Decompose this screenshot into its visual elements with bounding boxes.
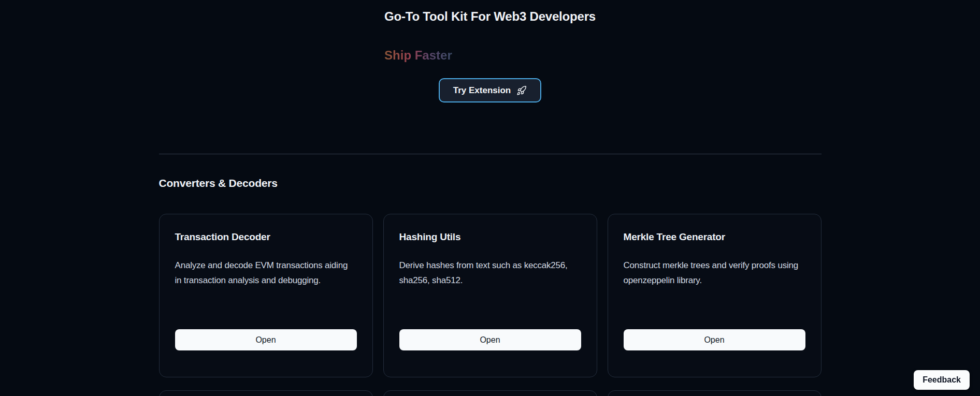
open-button-hashing-utils[interactable]: Open	[399, 329, 581, 350]
try-extension-label: Try Extension	[453, 85, 511, 96]
tool-card-partial	[608, 390, 822, 396]
main-content: Converters & Decoders Transaction Decode…	[159, 154, 822, 396]
page-title: Go-To Tool Kit For Web3 Developers	[384, 8, 596, 25]
tool-card-hashing-utils: Hashing Utils Derive hashes from text su…	[383, 214, 597, 377]
tool-card-description: Analyze and decode EVM transactions aidi…	[175, 258, 357, 288]
open-button-merkle-tree-generator[interactable]: Open	[624, 329, 805, 350]
hero-subtitle: Ship Faster	[384, 48, 452, 63]
section-divider	[159, 154, 822, 154]
tool-card-description: Derive hashes from text such as keccak25…	[399, 258, 581, 288]
section-heading: Converters & Decoders	[159, 176, 822, 190]
next-row-preview	[159, 390, 822, 396]
tool-card-title: Transaction Decoder	[175, 231, 357, 243]
open-button-transaction-decoder[interactable]: Open	[175, 329, 357, 350]
cta-row: Try Extension	[384, 78, 596, 102]
rocket-icon	[516, 85, 527, 96]
tool-card-partial	[383, 390, 597, 396]
feedback-button[interactable]: Feedback	[914, 370, 970, 390]
try-extension-button[interactable]: Try Extension	[439, 78, 541, 102]
tool-card-title: Hashing Utils	[399, 231, 581, 243]
tool-card-title: Merkle Tree Generator	[624, 231, 805, 243]
tool-card-description: Construct merkle trees and verify proofs…	[624, 258, 805, 288]
tool-card-transaction-decoder: Transaction Decoder Analyze and decode E…	[159, 214, 373, 377]
tool-card-merkle-tree-generator: Merkle Tree Generator Construct merkle t…	[608, 214, 822, 377]
tool-card-partial	[159, 390, 373, 396]
hero: Go-To Tool Kit For Web3 Developers Ship …	[384, 8, 596, 102]
tools-grid: Transaction Decoder Analyze and decode E…	[159, 214, 822, 377]
